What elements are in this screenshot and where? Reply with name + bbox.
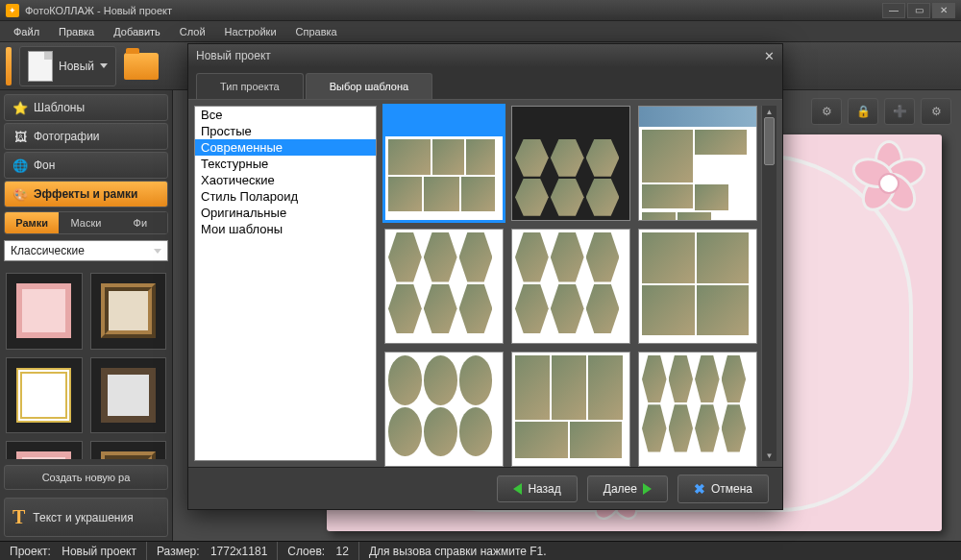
cancel-icon: ✖ [694, 481, 705, 497]
category-item[interactable]: Все [195, 107, 376, 123]
category-item[interactable]: Текстурные [195, 156, 376, 172]
scroll-thumb[interactable] [764, 117, 775, 165]
tab-template-select[interactable]: Выбор шаблона [306, 73, 432, 99]
category-item[interactable]: Мои шаблоны [195, 221, 376, 237]
dialog-footer: Назад Далее ✖Отмена [188, 467, 782, 509]
arrow-right-icon [643, 483, 652, 495]
template-thumb[interactable] [511, 352, 630, 467]
category-item[interactable]: Стиль Полароид [195, 188, 376, 205]
tab-project-type[interactable]: Тип проекта [196, 73, 304, 99]
cancel-button[interactable]: ✖Отмена [678, 475, 769, 503]
scroll-down-icon[interactable]: ▼ [762, 450, 776, 461]
scroll-up-icon[interactable]: ▲ [762, 106, 776, 117]
template-thumb-selected[interactable] [384, 106, 504, 221]
category-item[interactable]: Хаотические [195, 172, 376, 188]
template-grid [377, 100, 761, 467]
arrow-left-icon [513, 483, 522, 495]
back-button[interactable]: Назад [497, 475, 577, 502]
template-thumb[interactable] [638, 352, 757, 467]
template-category-list[interactable]: Все Простые Современные Текстурные Хаоти… [194, 106, 377, 461]
dialog-title: Новый проект [196, 49, 271, 62]
template-thumb[interactable] [511, 229, 630, 344]
template-thumb[interactable] [511, 106, 630, 221]
category-item[interactable]: Простые [195, 123, 376, 139]
template-scrollbar[interactable]: ▲ ▼ [761, 106, 776, 461]
dialog-close-button[interactable]: ✕ [764, 49, 775, 63]
template-thumb[interactable] [638, 229, 757, 344]
new-project-dialog: Новый проект ✕ Тип проекта Выбор шаблона… [187, 43, 783, 510]
dialog-tabs: Тип проекта Выбор шаблона [188, 67, 782, 99]
dialog-body: Все Простые Современные Текстурные Хаоти… [188, 99, 782, 467]
next-button[interactable]: Далее [587, 475, 668, 502]
category-item-selected[interactable]: Современные [195, 139, 376, 156]
category-item[interactable]: Оригинальные [195, 205, 376, 221]
dialog-titlebar: Новый проект ✕ [188, 44, 782, 67]
modal-overlay: Новый проект ✕ Тип проекта Выбор шаблона… [0, 0, 961, 560]
template-thumb[interactable] [638, 106, 757, 221]
template-thumb[interactable] [384, 352, 504, 467]
template-thumb[interactable] [384, 229, 504, 344]
